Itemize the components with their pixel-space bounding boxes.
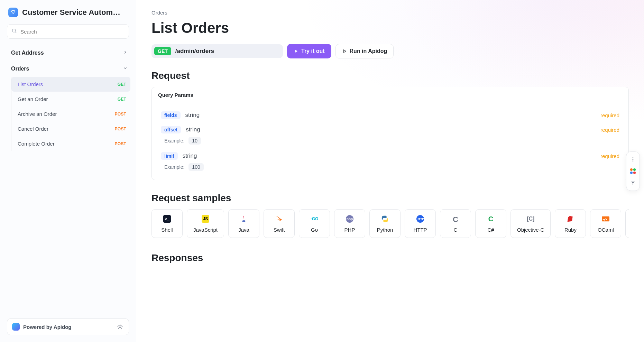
search-box[interactable] [7, 24, 129, 39]
sidebar-item-label: Get an Order [18, 96, 48, 102]
php-icon: php [345, 214, 354, 223]
sample-label: JavaScript [193, 227, 218, 233]
svg-point-4 [633, 159, 634, 160]
sample-label: Go [305, 227, 323, 233]
powered-by-brand[interactable]: Powered by Apidog [12, 323, 71, 331]
page-title: List Orders [151, 20, 629, 36]
sample-label: Python [376, 227, 394, 233]
sample-label: C# [482, 227, 500, 233]
section-label: Orders [11, 66, 29, 72]
button-label: Run in Apidog [350, 48, 387, 54]
sample-swift[interactable]: Swift [264, 209, 295, 238]
breadcrumb[interactable]: Orders [151, 10, 629, 16]
button-label: Try it out [301, 48, 325, 54]
powered-by-label: Powered by Apidog [23, 324, 71, 330]
sidebar-section-get-address[interactable]: Get Address [8, 45, 130, 61]
objective-c-icon: [C] [526, 214, 535, 223]
sample-label: PHP [341, 227, 359, 233]
param-name: fields [161, 111, 181, 119]
theme-toggle-button[interactable] [116, 323, 124, 331]
chevron-down-icon [123, 66, 128, 72]
python-icon [380, 214, 389, 223]
sidebar-section-orders[interactable]: Orders [8, 61, 130, 77]
param-required: required [600, 112, 619, 118]
svg-point-3 [633, 157, 634, 158]
go-icon: -GO [310, 214, 319, 223]
ruby-icon [566, 214, 575, 223]
param-name: offset [161, 126, 181, 133]
sidebar-item-complete-order[interactable]: Complete Order POST [11, 136, 130, 151]
sample-dart[interactable]: Dart [625, 209, 629, 238]
section-request: Request [151, 70, 629, 81]
sidebar-item-get-an-order[interactable]: Get an Order GET [11, 92, 130, 107]
example-label: Example: [164, 138, 184, 144]
floating-rail [626, 151, 640, 191]
shell-icon: >_ [163, 214, 172, 223]
sample-objective-c[interactable]: [C] Objective-C [510, 209, 551, 238]
java-icon [239, 214, 248, 223]
section-label: Get Address [11, 50, 44, 56]
sidebar-footer: Powered by Apidog [0, 313, 136, 342]
sample-ocaml[interactable]: OCaml [590, 209, 621, 238]
sample-ruby[interactable]: Ruby [555, 209, 586, 238]
svg-point-0 [12, 29, 16, 32]
sidebar-item-label: Archive an Order [18, 111, 57, 117]
query-params-panel: Query Params fields string required [151, 87, 629, 180]
sidebar-item-list-orders[interactable]: List Orders GET [11, 77, 130, 92]
sample-label: OCaml [597, 227, 615, 233]
http-method-badge: GET [154, 47, 171, 55]
endpoint-chip[interactable]: GET /admin/orders [151, 44, 283, 58]
main-content: Orders List Orders GET /admin/orders Try… [136, 0, 644, 342]
try-it-out-button[interactable]: Try it out [287, 44, 331, 58]
sample-javascript[interactable]: JS JavaScript [187, 209, 224, 238]
panel-header: Query Params [152, 87, 628, 103]
sample-php[interactable]: php PHP [334, 209, 365, 238]
more-icon[interactable] [629, 155, 637, 164]
sidebar: Customer Service Autom… Get Address Orde… [0, 0, 136, 342]
run-in-apidog-button[interactable]: Run in Apidog [335, 44, 394, 58]
scroll-to-top-icon[interactable] [629, 179, 637, 187]
sample-python[interactable]: Python [369, 209, 401, 238]
ocaml-icon [601, 214, 610, 223]
powered-by-row: Powered by Apidog [7, 318, 129, 335]
play-outline-icon [342, 49, 347, 54]
section-responses: Responses [151, 252, 629, 264]
sample-label: Swift [270, 227, 288, 233]
sample-http[interactable]: HTTP HTTP [405, 209, 436, 238]
c-icon: C [451, 214, 460, 223]
method-badge: POST [115, 112, 126, 117]
sample-label: Objective-C [517, 227, 544, 233]
param-required: required [600, 153, 619, 159]
javascript-icon: JS [201, 214, 210, 223]
section-request-samples: Request samples [151, 193, 629, 204]
param-required: required [600, 127, 619, 133]
example-value: 10 [188, 137, 201, 145]
param-type: string [183, 152, 197, 159]
sidebar-item-label: List Orders [18, 81, 43, 87]
endpoint-path: /admin/orders [175, 48, 214, 55]
sample-go[interactable]: -GO Go [299, 209, 330, 238]
sample-c[interactable]: C C [440, 209, 471, 238]
app-title: Customer Service Autom… [22, 8, 120, 17]
csharp-icon: C [486, 214, 495, 223]
svg-point-5 [633, 160, 634, 161]
sidebar-item-cancel-order[interactable]: Cancel Order POST [11, 121, 130, 136]
sample-shell[interactable]: >_ Shell [151, 209, 183, 238]
sample-label: Java [235, 227, 253, 233]
param-row: fields string required [158, 107, 622, 121]
search-input[interactable] [20, 28, 125, 35]
samples-row: >_ Shell JS JavaScript Java Swift -GO [151, 209, 629, 240]
search-icon [11, 28, 17, 35]
sample-csharp[interactable]: C C# [475, 209, 506, 238]
apps-grid-icon[interactable] [629, 167, 637, 175]
sidebar-item-label: Complete Order [18, 141, 55, 147]
sample-label: Ruby [561, 227, 579, 233]
sample-label: C [447, 227, 464, 233]
sample-java[interactable]: Java [228, 209, 259, 238]
play-icon [294, 49, 298, 54]
apidog-logo-icon [12, 323, 20, 331]
example-value: 100 [188, 163, 203, 171]
param-row: offset string required Example: 10 [158, 121, 622, 147]
app-logo-icon [8, 8, 18, 17]
sidebar-item-archive-an-order[interactable]: Archive an Order POST [11, 107, 130, 121]
